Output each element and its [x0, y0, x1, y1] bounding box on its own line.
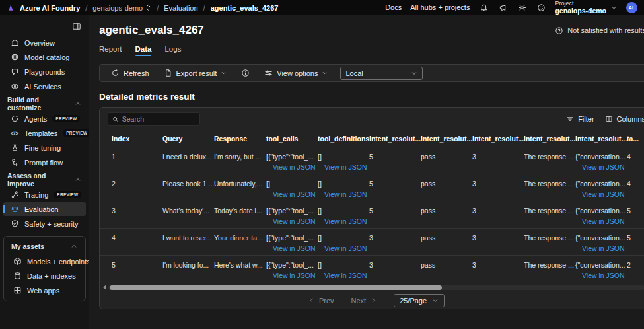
sidebar-item-overview[interactable]: Overview [3, 36, 86, 50]
view-in-json-link[interactable]: View in JSON [324, 217, 364, 225]
dataset-select[interactable]: Local [340, 67, 423, 80]
breadcrumb-section[interactable]: Evaluation [164, 4, 197, 12]
sidebar-item-web-apps[interactable]: Web apps [6, 283, 83, 297]
filter-button[interactable]: Filter [566, 115, 594, 123]
cell-query: What's today'... [162, 207, 214, 228]
cell-intent-resolution: 3 [369, 261, 421, 283]
scroll-left-arrow-icon[interactable] [103, 285, 106, 290]
view-in-json-link[interactable]: View in JSON [582, 163, 622, 171]
view-in-json-link[interactable]: View in JSON [324, 190, 364, 198]
cell-tool-definitions: []View in JSON [318, 234, 369, 255]
column-header[interactable]: Index [100, 135, 162, 143]
scrollbar-track[interactable] [108, 285, 644, 290]
sidebar-item-model-catalog[interactable]: Model catalog [3, 50, 86, 64]
agent-loop-icon [10, 114, 19, 124]
column-header[interactable]: intent_resolut... [575, 135, 627, 143]
page-size-select[interactable]: 25/Page [394, 294, 445, 307]
azure-ai-foundry-logo-icon [7, 3, 15, 12]
cell-query: I'm looking fo... [162, 261, 214, 283]
cell-task-adherence: 4 [627, 180, 644, 201]
column-header[interactable]: Query [162, 135, 214, 143]
sidebar-section-assess-and-improve[interactable]: Assess and improve [0, 172, 89, 187]
chat-bubble-icon [10, 67, 19, 77]
tab-report[interactable]: Report [99, 45, 122, 56]
cell-intent-resolution: 5 [369, 153, 421, 174]
view-in-json-link[interactable]: View in JSON [273, 244, 312, 252]
breadcrumb-project[interactable]: genaiops-demo [92, 4, 151, 12]
cell-index: 4 [100, 234, 162, 255]
column-header[interactable]: tool_definitions [318, 135, 369, 143]
column-header[interactable]: intent_resolut... [369, 135, 421, 143]
refresh-button[interactable]: Refresh [106, 65, 154, 81]
settings-gear-icon[interactable] [517, 2, 527, 13]
feedback-link[interactable]: Not satisfied with results? [555, 26, 644, 35]
next-page-button[interactable]: Next [351, 297, 377, 305]
tab-logs[interactable]: Logs [164, 45, 181, 56]
sidebar-item-playgrounds[interactable]: Playgrounds [3, 65, 86, 79]
all-hubs-projects-link[interactable]: All hubs + projects [410, 3, 470, 11]
cell-query: I want to reser... [162, 234, 214, 255]
cell-tool-calls: []View in JSON [266, 180, 318, 201]
cell-intent-resolution: The response ... [524, 261, 575, 283]
sidebar-section-my-assets[interactable]: My assets [4, 239, 85, 254]
avatar[interactable]: AL [626, 2, 637, 13]
cell-intent-resolution: {"conversation...View in JSON [575, 207, 627, 228]
sidebar: Overview Model catalog Playgrounds AI Se… [0, 15, 89, 329]
view-in-json-link[interactable]: View in JSON [582, 217, 622, 225]
notifications-bell-icon[interactable] [478, 2, 489, 13]
column-header[interactable]: Response [214, 135, 266, 143]
sidebar-section-build-and-customize[interactable]: Build and customize [0, 96, 89, 111]
prev-page-button[interactable]: Prev [308, 297, 334, 305]
feedback-smiley-icon[interactable] [536, 2, 546, 13]
sidebar-item-evaluation[interactable]: Evaluation [3, 202, 86, 216]
tab-data[interactable]: Data [135, 45, 152, 56]
cube-icon [13, 257, 22, 266]
column-header[interactable]: intent_resolut... [421, 135, 472, 143]
view-in-json-link[interactable]: View in JSON [273, 190, 312, 198]
search-input[interactable] [122, 115, 196, 123]
chevron-up-icon [71, 243, 77, 250]
sidebar-item-models-endpoints[interactable]: Models + endpoints [6, 254, 83, 268]
announcements-megaphone-icon[interactable] [497, 2, 508, 13]
info-button[interactable] [236, 65, 254, 81]
column-header[interactable]: tool_calls [266, 135, 318, 143]
view-in-json-link[interactable]: View in JSON [582, 190, 622, 198]
sidebar-item-prompt-flow[interactable]: Prompt flow [3, 155, 86, 169]
cell-tool-definitions: []View in JSON [318, 261, 369, 283]
breadcrumb-separator: / [203, 4, 205, 12]
export-result-button[interactable]: Export result [159, 65, 232, 81]
view-options-button[interactable]: View options [260, 65, 332, 81]
view-in-json-link[interactable]: View in JSON [582, 244, 622, 252]
tab-bar: Report Data Logs [99, 45, 644, 56]
sidebar-item-templates[interactable]: </> Templates PREVIEW [3, 126, 86, 140]
view-in-json-link[interactable]: View in JSON [273, 163, 312, 171]
page-title: agentic_evals_4267 [99, 24, 204, 37]
sidebar-item-data-indexes[interactable]: Data + indexes [6, 269, 83, 283]
column-header[interactable]: intent_resolut... [472, 135, 524, 143]
column-header[interactable]: ta... [627, 135, 644, 143]
columns-button[interactable]: Columns [605, 115, 644, 123]
column-header[interactable]: intent_resolut... [524, 135, 575, 143]
sidebar-item-fine-tuning[interactable]: Fine-tuning [3, 141, 86, 155]
view-in-json-link[interactable]: View in JSON [273, 217, 312, 225]
sidebar-item-agents[interactable]: Agents PREVIEW [3, 112, 86, 126]
project-switcher[interactable]: Project genaiops-demo [555, 1, 618, 14]
cell-response: Here's what w... [214, 261, 266, 283]
view-in-json-link[interactable]: View in JSON [324, 272, 364, 279]
sidebar-item-safety-security[interactable]: Safety + security [3, 217, 86, 231]
flow-icon [10, 158, 19, 167]
docs-link[interactable]: Docs [385, 3, 402, 11]
scrollbar-thumb[interactable] [110, 285, 442, 290]
sidebar-item-ai-services[interactable]: AI Services [3, 79, 86, 93]
collapse-panel-icon[interactable] [72, 22, 81, 31]
cell-index: 1 [100, 153, 162, 174]
table-scroll-area: Index Query Response tool_calls tool_def… [100, 130, 644, 283]
view-in-json-link[interactable]: View in JSON [324, 244, 364, 252]
view-in-json-link[interactable]: View in JSON [324, 163, 364, 171]
view-in-json-link[interactable]: View in JSON [582, 272, 622, 279]
chevron-up-icon [75, 176, 81, 183]
brand-title[interactable]: Azure AI Foundry [20, 4, 80, 12]
view-in-json-link[interactable]: View in JSON [273, 272, 312, 279]
sidebar-item-tracing[interactable]: Tracing PREVIEW [3, 188, 86, 201]
cell-tool-calls: [{"type":"tool_...View in JSON [266, 207, 318, 228]
